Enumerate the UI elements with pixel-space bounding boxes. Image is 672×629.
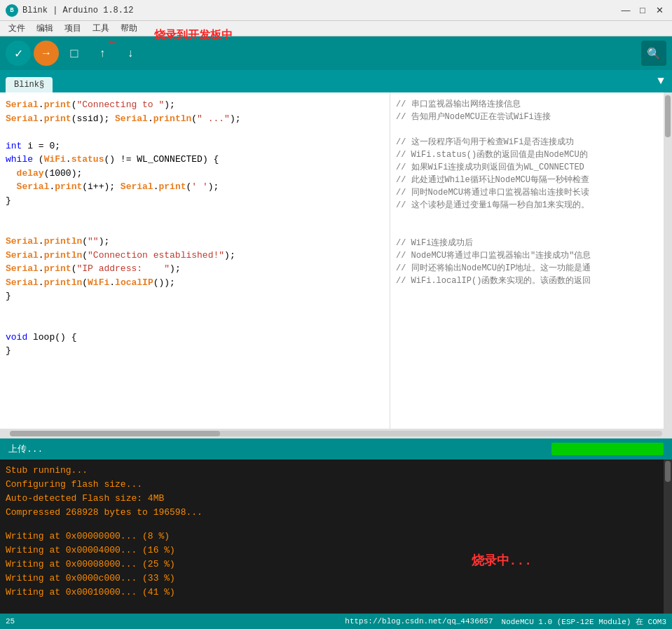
code-line: Serial.print("IP address: "); <box>6 262 390 276</box>
code-line: Serial.print(i++); Serial.print(' '); <box>6 180 390 194</box>
status-url: https://blog.csdn.net/qq_4436657 <box>345 617 493 625</box>
tabbar: Blink§ ▼ <box>0 70 672 92</box>
code-line <box>6 221 390 235</box>
toolbar: ✓ → □ ↑ ↓ 🔍 <box>0 36 672 70</box>
console-scroll-thumb[interactable] <box>665 461 671 482</box>
statusbar: 25 https://blog.csdn.net/qq_4436657 Node… <box>0 614 672 629</box>
console-scrollbar[interactable] <box>664 459 672 614</box>
console-line: Compressed 268928 bytes to 196598... <box>6 506 666 520</box>
code-line <box>6 317 390 331</box>
code-editor: Serial.print("Connecting to "); Serial.p… <box>0 92 672 429</box>
search-button[interactable]: 🔍 <box>641 41 666 66</box>
maximize-button[interactable]: □ <box>636 6 650 15</box>
code-line: int i = 0; <box>6 139 390 153</box>
code-line: Serial.print(ssid); Serial.println(" ...… <box>6 112 390 126</box>
progress-bar-container <box>551 443 664 455</box>
save-file-button[interactable]: ↓ <box>118 41 143 66</box>
console-line: Writing at 0x00010000... (41 %) <box>6 586 666 600</box>
menu-file[interactable]: 文件 <box>3 21 31 36</box>
menu-tools[interactable]: 工具 <box>87 21 115 36</box>
code-line: void loop() { <box>6 331 390 345</box>
console-line: Writing at 0x0000c000... (33 %) <box>6 572 666 586</box>
progress-bar <box>551 443 664 455</box>
code-line: delay(1000); <box>6 167 390 181</box>
vertical-scrollbar[interactable] <box>664 92 672 429</box>
blink-tab[interactable]: Blink§ <box>6 77 53 92</box>
code-line: } <box>6 289 390 303</box>
console-line: Writing at 0x00000000... (8 %) <box>6 530 666 544</box>
status-board: NodeMCU 1.0 (ESP-12E Module) 在 COM3 <box>502 616 666 627</box>
menubar: 文件 编辑 项目 工具 帮助 <box>0 21 672 36</box>
console-line: Auto-detected Flash size: 4MB <box>6 492 666 506</box>
code-area[interactable]: Serial.print("Connecting to "); Serial.p… <box>0 92 390 429</box>
statusbar-right: https://blog.csdn.net/qq_4436657 NodeMCU… <box>345 616 666 627</box>
console-line: Writing at 0x00004000... (16 %) <box>6 544 666 558</box>
hscrollbar-thumb[interactable] <box>10 431 220 436</box>
console-line: Stub running... <box>6 464 666 478</box>
status-line-count: 25 <box>6 617 15 625</box>
menu-edit[interactable]: 编辑 <box>31 21 59 36</box>
code-line: Serial.println(""); <box>6 235 390 249</box>
tab-dropdown-button[interactable]: ▼ <box>650 70 672 92</box>
code-line <box>6 207 390 221</box>
titlebar: B Blink | Arduino 1.8.12 — □ ✕ <box>0 0 672 21</box>
console-line: Configuring flash size... <box>6 478 666 492</box>
console-line: Writing at 0x00008000... (25 %) <box>6 558 666 572</box>
code-line: Serial.print("Connecting to "); <box>6 98 390 112</box>
menu-project[interactable]: 项目 <box>59 21 87 36</box>
verify-button[interactable]: ✓ <box>6 41 31 66</box>
upload-bar: 上传... <box>0 438 672 459</box>
comment-area: // 串口监视器输出网络连接信息 // 告知用户NodeMCU正在尝试WiFi连… <box>390 92 664 429</box>
code-line: } <box>6 194 390 208</box>
code-line: } <box>6 344 390 358</box>
menu-help[interactable]: 帮助 <box>115 21 143 36</box>
new-file-button[interactable]: □ <box>62 41 87 66</box>
code-line: Serial.println("Connection established!"… <box>6 249 390 263</box>
close-button[interactable]: ✕ <box>652 6 666 15</box>
minimize-button[interactable]: — <box>619 6 633 15</box>
code-line <box>6 125 390 139</box>
code-line: Serial.println(WiFi.localIP()); <box>6 276 390 290</box>
app-logo: B <box>6 4 18 17</box>
open-file-button[interactable]: ↑ <box>90 41 115 66</box>
code-line <box>6 303 390 317</box>
tab-label: Blink§ <box>14 80 44 90</box>
hscrollbar-track <box>10 431 662 436</box>
horizontal-scrollbar[interactable] <box>0 429 672 438</box>
window-title: Blink | Arduino 1.8.12 <box>22 6 133 15</box>
code-line: while (WiFi.status() != WL_CONNECTED) { <box>6 153 390 167</box>
upload-label: 上传... <box>8 443 43 455</box>
scrollbar-thumb[interactable] <box>665 95 671 137</box>
console-output[interactable]: Stub running... Configuring flash size..… <box>0 459 672 614</box>
titlebar-left: B Blink | Arduino 1.8.12 <box>6 4 133 17</box>
window-controls[interactable]: — □ ✕ <box>619 6 666 15</box>
upload-button[interactable]: → <box>34 41 59 66</box>
